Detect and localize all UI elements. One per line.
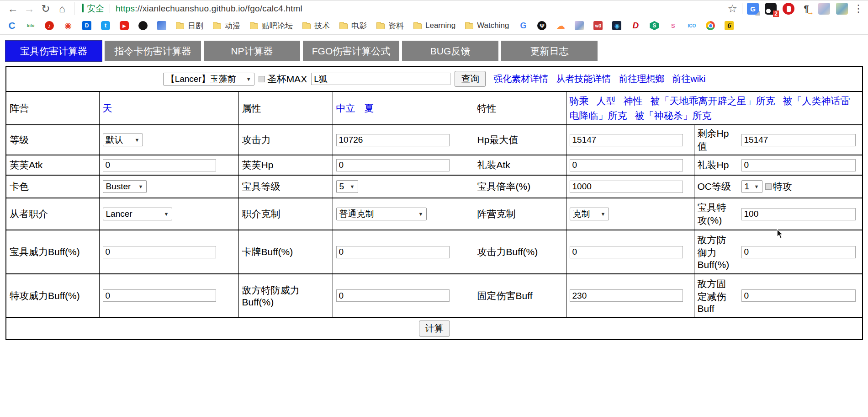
trait-link[interactable]: 人型	[597, 96, 616, 106]
userscript-extension-icon[interactable]: ¶	[800, 3, 812, 15]
bookmark-folder[interactable]: 资料	[376, 21, 404, 31]
class-advantage-select[interactable]: 普通克制▼	[336, 208, 427, 220]
dailymotion-bookmark-icon[interactable]: D	[82, 21, 91, 30]
google-bookmark-icon[interactable]: G	[519, 21, 528, 30]
anime-site-bookmark-icon[interactable]	[157, 21, 166, 30]
card-buff-input[interactable]	[336, 246, 450, 258]
avatar-extension-icon-1[interactable]	[818, 3, 830, 15]
servant-toolbar: 【Lancer】玉藻前▼ 圣杯MAX 查询 强化素材详情从者技能详情前往理想鄉前…	[10, 71, 859, 87]
bookmark-folder-label: 日剧	[188, 21, 203, 31]
query-button[interactable]: 查询	[455, 71, 486, 87]
attribute-advantage-select-cell: 克制▼	[566, 198, 694, 230]
trait-link[interactable]: 被「天地乖离开辟之星」所克	[651, 96, 775, 106]
hp-max-input[interactable]	[570, 134, 683, 146]
grail-max-checkbox[interactable]	[259, 76, 265, 82]
special-attack-buff-input[interactable]	[103, 289, 216, 302]
security-indicator[interactable]: 安全	[82, 3, 104, 15]
hp-max-input-cell	[566, 125, 694, 155]
attribute-link[interactable]: 夏	[365, 103, 374, 113]
np-super-effective-input[interactable]	[741, 208, 856, 220]
fou-hp-input[interactable]	[336, 159, 450, 171]
ico-bookmark-icon[interactable]: ICO	[687, 21, 696, 30]
w3schools-bookmark-icon[interactable]: w3	[593, 21, 603, 30]
c-logo-bookmark-icon[interactable]: C	[7, 21, 16, 30]
avatar-bookmark-icon[interactable]	[575, 21, 584, 30]
reinforcement-materials-link[interactable]: 强化素材详情	[493, 73, 548, 85]
translate-extension-icon[interactable]: G	[747, 3, 759, 15]
trait-link[interactable]: 被「神秘杀」所克	[635, 110, 712, 121]
weibo-bookmark-icon[interactable]: ◉	[64, 21, 73, 30]
bookmark-folder[interactable]: 日剧	[176, 21, 203, 31]
level-select[interactable]: 默认▼	[103, 134, 143, 146]
servant-class-select[interactable]: Lancer▼	[103, 208, 172, 220]
bookmark-folder[interactable]: 电影	[339, 21, 367, 31]
tab-manager-extension-icon[interactable]: 2	[765, 3, 777, 15]
camp-link[interactable]: 天	[103, 103, 112, 113]
bookmark-folder[interactable]: 动漫	[213, 21, 240, 31]
github-bookmark-icon[interactable]	[138, 21, 148, 30]
forward-icon[interactable]: →	[21, 3, 37, 15]
youtube-bookmark-icon[interactable]: ▶	[120, 21, 129, 30]
adblock-extension-icon[interactable]	[783, 3, 794, 15]
reload-icon[interactable]: ↻	[37, 3, 54, 15]
enemy-defense-buff-input[interactable]	[741, 246, 856, 258]
avatar-extension-icon-2[interactable]	[836, 3, 848, 15]
np-multiplier-input[interactable]	[570, 181, 683, 193]
tab-changelog[interactable]: 更新日志	[501, 41, 598, 61]
fou-atk-input[interactable]	[103, 159, 216, 171]
six-logo-bookmark-icon[interactable]: 6	[725, 21, 734, 30]
servant-skills-link[interactable]: 从者技能详情	[556, 73, 611, 85]
goto-wiki-link[interactable]: 前往wiki	[672, 73, 705, 85]
craft-essence-atk-input[interactable]	[570, 159, 683, 171]
folder-icon	[339, 23, 348, 29]
calculate-button[interactable]: 计算	[419, 321, 450, 337]
netease-music-bookmark-icon[interactable]: ♪	[45, 21, 54, 30]
url-text: https://xianlechuanshuo.github.io/fgo/ca…	[116, 4, 302, 14]
craft-essence-hp-input[interactable]	[741, 159, 856, 171]
oc-level-select[interactable]: 1▼	[741, 180, 762, 193]
tab-bug-report[interactable]: BUG反馈	[402, 41, 498, 61]
card-color-select[interactable]: Buster▼	[103, 180, 147, 193]
tab-damage-formula[interactable]: FGO伤害计算公式	[303, 41, 399, 61]
enemy-special-defense-buff-input[interactable]	[336, 289, 450, 302]
servant-select[interactable]: 【Lancer】玉藻前▼	[163, 73, 254, 86]
np-damage-buff-input[interactable]	[103, 246, 216, 258]
chrome-bookmark-icon[interactable]	[706, 21, 715, 30]
bookmarks-bar: CInfo♪◉Dt▶日剧动漫贴吧论坛技术电影资料LearningWatching…	[0, 17, 868, 35]
shadowsocks-bookmark-icon[interactable]: S	[650, 21, 659, 30]
super-effective-checkbox[interactable]	[765, 183, 772, 190]
bookmark-folder[interactable]: Learning	[413, 21, 455, 30]
enemy-flat-damage-cut-input[interactable]	[741, 289, 856, 302]
attack-input[interactable]	[336, 134, 450, 146]
back-icon[interactable]: ←	[5, 3, 21, 15]
attribute-link[interactable]: 中立	[336, 103, 355, 113]
address-bar[interactable]: 安全 https://xianlechuanshuo.github.io/fgo…	[74, 2, 723, 15]
attack-buff-input[interactable]	[570, 246, 683, 258]
trait-link[interactable]: 神性	[624, 96, 643, 106]
tab-np-calculator[interactable]: NP计算器	[204, 41, 300, 61]
servant-search-input[interactable]	[311, 73, 450, 85]
bookmark-folder[interactable]: 技术	[302, 21, 330, 31]
d-logo-bookmark-icon[interactable]: D	[631, 21, 640, 30]
tab-command-card-calculator[interactable]: 指令卡伤害计算器	[105, 41, 201, 61]
trait-link[interactable]: 骑乘	[570, 96, 589, 106]
tab-np-damage-calculator[interactable]: 宝具伤害计算器	[5, 41, 102, 61]
food-bookmark-icon[interactable]: Ψ	[537, 21, 546, 30]
pink-logo-bookmark-icon[interactable]: S	[668, 21, 677, 30]
swirl-logo-bookmark-icon[interactable]: ◉	[612, 21, 621, 30]
bookmark-folder[interactable]: Watching	[465, 21, 509, 30]
goto-kazemai-link[interactable]: 前往理想鄉	[619, 73, 664, 85]
bookmark-folder[interactable]: 贴吧论坛	[250, 21, 293, 31]
browser-menu-icon[interactable]: ⋮	[853, 3, 863, 15]
hp-remaining-input[interactable]	[741, 134, 856, 146]
flat-damage-buff-input[interactable]	[570, 289, 683, 302]
cloud-bookmark-icon[interactable]: ☁	[556, 21, 565, 30]
bookmark-star-icon[interactable]: ☆	[727, 2, 737, 15]
d-logo-bookmark-icon: D	[631, 21, 640, 30]
twitter-bookmark-icon[interactable]: t	[101, 21, 110, 30]
attribute-advantage-select[interactable]: 克制▼	[570, 208, 609, 220]
np-level-label: 宝具等级	[238, 175, 333, 198]
info-bookmark-icon[interactable]: Info	[26, 21, 35, 30]
home-icon[interactable]: ⌂	[54, 3, 70, 15]
np-level-select[interactable]: 5▼	[336, 180, 358, 193]
